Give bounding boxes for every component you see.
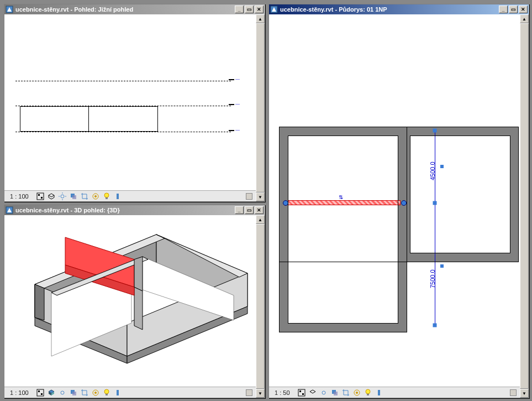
svg-rect-41 xyxy=(106,394,108,395)
reveal-icon[interactable] xyxy=(114,389,122,397)
shadows-icon[interactable] xyxy=(331,389,339,397)
dim-tick-mid[interactable] xyxy=(433,201,437,205)
close-button[interactable]: ✕ xyxy=(255,6,264,13)
dim-tick-top[interactable] xyxy=(433,129,437,133)
dim-grip-lower[interactable] xyxy=(440,264,444,268)
dim-grip-upper[interactable] xyxy=(440,165,444,168)
close-button[interactable]: ✕ xyxy=(519,6,528,13)
crop-visible-icon[interactable] xyxy=(353,389,361,397)
crop-icon[interactable] xyxy=(81,192,88,200)
window-plan: ucebnice-stěny.rvt - Půdorys: 01 1NP _ ▭… xyxy=(268,4,529,398)
visual-style-icon[interactable] xyxy=(48,192,55,200)
svg-rect-52 xyxy=(367,394,369,395)
level-line-top xyxy=(15,81,231,81)
minimize-button[interactable]: _ xyxy=(235,6,244,13)
window-title: ucebnice-stěny.rvt - Pohled: Jižní pohle… xyxy=(15,6,235,13)
room-left xyxy=(288,136,398,324)
level-label-mid: — xyxy=(235,101,240,106)
shadows-icon[interactable] xyxy=(70,389,77,397)
scroll-track[interactable] xyxy=(256,224,265,389)
crop-icon[interactable] xyxy=(81,389,88,397)
minimize-button[interactable]: _ xyxy=(235,206,244,214)
svg-point-4 xyxy=(61,195,64,198)
view-control-bar: 1 : 50 xyxy=(269,387,520,398)
revit-icon xyxy=(6,206,13,214)
scrollbar-vertical[interactable]: ▲ ▼ xyxy=(520,14,529,398)
lightbulb-icon[interactable] xyxy=(103,192,110,200)
scroll-down-button[interactable]: ▼ xyxy=(256,192,265,201)
level-line-bottom xyxy=(15,132,231,132)
viewport-3d[interactable] xyxy=(4,215,256,387)
scroll-thumb[interactable] xyxy=(520,23,529,389)
detail-level-icon[interactable] xyxy=(36,192,44,200)
titlebar-3d[interactable]: ucebnice-stěny.rvt - 3D pohled: {3D} _ ▭… xyxy=(4,205,265,215)
selected-wall[interactable] xyxy=(288,200,401,205)
dim-value-lower[interactable]: 7500.0 xyxy=(429,269,436,288)
visual-style-icon[interactable] xyxy=(309,389,317,397)
titlebar-plan[interactable]: ucebnice-stěny.rvt - Půdorys: 01 1NP _ ▭… xyxy=(269,4,529,14)
maximize-button[interactable]: ▭ xyxy=(509,6,518,13)
minimize-button[interactable]: _ xyxy=(499,6,508,13)
svg-rect-2 xyxy=(38,194,40,196)
scroll-up-button[interactable]: ▲ xyxy=(256,14,265,23)
crop-visible-icon[interactable] xyxy=(92,192,99,200)
view-controlbar-end[interactable] xyxy=(246,193,252,200)
level-head-top[interactable] xyxy=(229,79,234,80)
svg-rect-10 xyxy=(72,195,76,199)
scroll-up-button[interactable]: ▲ xyxy=(520,14,529,23)
scroll-track[interactable] xyxy=(520,23,529,389)
svg-rect-3 xyxy=(41,197,43,199)
view-controlbar-end[interactable] xyxy=(246,389,252,396)
detail-level-icon[interactable] xyxy=(298,389,305,397)
detail-level-icon[interactable] xyxy=(36,389,44,397)
level-label-bottom: — xyxy=(235,127,240,132)
crop-icon[interactable] xyxy=(342,389,350,397)
scale-label[interactable]: 1 : 50 xyxy=(272,389,292,396)
reveal-icon[interactable] xyxy=(114,192,122,200)
maximize-button[interactable]: ▭ xyxy=(245,6,254,13)
wall-endpoint-left[interactable] xyxy=(283,200,288,206)
sun-path-icon[interactable] xyxy=(59,389,66,397)
sun-path-icon[interactable] xyxy=(59,192,66,200)
svg-point-40 xyxy=(104,389,109,394)
svg-rect-33 xyxy=(38,390,40,392)
visual-style-icon[interactable] xyxy=(48,389,55,397)
scrollbar-vertical[interactable]: ▲ ▼ xyxy=(256,215,265,398)
level-head-mid[interactable] xyxy=(229,104,234,105)
svg-rect-1 xyxy=(37,193,44,200)
wall-endpoint-right[interactable] xyxy=(401,200,407,206)
viewport-elevation[interactable]: — — — xyxy=(4,14,256,190)
level-head-bottom[interactable] xyxy=(229,130,234,131)
scroll-thumb[interactable] xyxy=(256,23,265,192)
shadows-icon[interactable] xyxy=(70,192,77,200)
svg-rect-14 xyxy=(106,197,108,199)
scroll-up-button[interactable]: ▲ xyxy=(256,215,265,224)
lightbulb-icon[interactable] xyxy=(364,389,372,397)
dim-tick-bottom[interactable] xyxy=(433,324,437,327)
maximize-button[interactable]: ▭ xyxy=(245,206,254,214)
svg-rect-48 xyxy=(334,392,338,395)
view-control-bar: 1 : 100 xyxy=(4,387,256,398)
scrollbar-vertical[interactable]: ▲ ▼ xyxy=(256,14,265,201)
sun-path-icon[interactable] xyxy=(320,389,328,397)
scroll-thumb[interactable] xyxy=(256,224,265,389)
window-3d: ucebnice-stěny.rvt - 3D pohled: {3D} _ ▭… xyxy=(4,205,265,398)
scale-label[interactable]: 1 : 100 xyxy=(8,389,31,396)
dim-value-upper[interactable]: 4500.0 xyxy=(429,162,436,180)
svg-rect-45 xyxy=(302,393,304,395)
titlebar-elevation[interactable]: ucebnice-stěny.rvt - Pohled: Jižní pohle… xyxy=(4,4,265,14)
scroll-track[interactable] xyxy=(256,23,265,192)
crop-visible-icon[interactable] xyxy=(92,389,99,397)
scroll-down-button[interactable]: ▼ xyxy=(520,389,529,398)
flip-control-icon[interactable]: ⇅ xyxy=(339,194,343,200)
reveal-icon[interactable] xyxy=(375,389,383,397)
lightbulb-icon[interactable] xyxy=(103,389,110,397)
view-control-bar: 1 : 100 xyxy=(4,190,256,201)
viewport-plan[interactable]: ⇅ 4500.0 7500.0 xyxy=(269,14,520,387)
close-button[interactable]: ✕ xyxy=(255,206,264,214)
view-controlbar-end[interactable] xyxy=(510,389,517,396)
svg-rect-44 xyxy=(299,390,301,392)
scale-label[interactable]: 1 : 100 xyxy=(8,193,31,200)
svg-point-46 xyxy=(322,391,325,394)
scroll-down-button[interactable]: ▼ xyxy=(256,389,265,398)
